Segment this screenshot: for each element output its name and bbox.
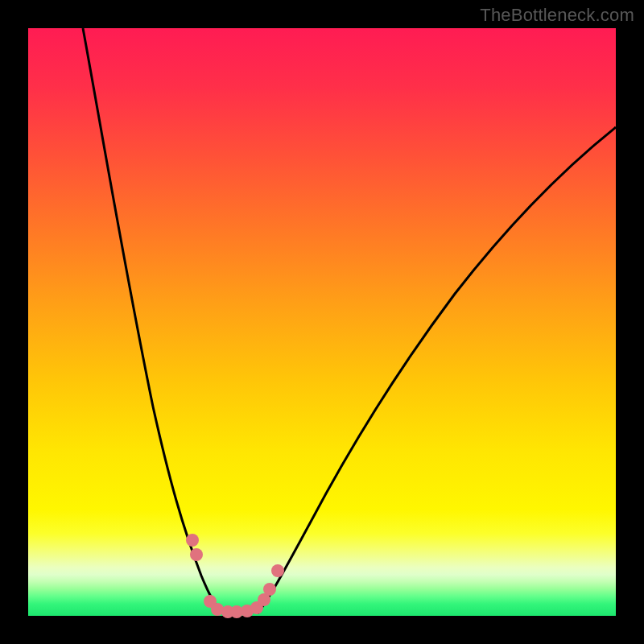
- chart-curves: [28, 28, 616, 616]
- right-curve: [258, 127, 616, 613]
- marker-dot: [186, 534, 199, 547]
- left-curve: [83, 28, 221, 613]
- marker-dot: [190, 548, 203, 561]
- chart-root: TheBottleneck.com: [0, 0, 644, 644]
- marker-dot: [263, 583, 276, 596]
- plot-area: [28, 28, 616, 616]
- watermark-text: TheBottleneck.com: [480, 5, 634, 26]
- marker-dot: [271, 564, 284, 577]
